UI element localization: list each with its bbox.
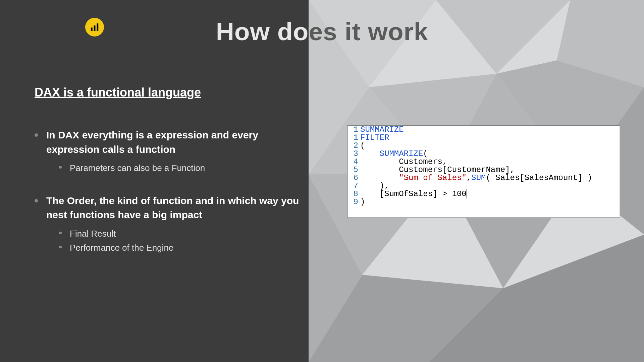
- code-content: ): [360, 198, 620, 206]
- code-line: 5 Customers[CustomerName],: [347, 166, 620, 174]
- bullet-text: The Order, the kind of function and in w…: [46, 194, 310, 222]
- line-number: 9: [347, 198, 360, 206]
- code-line: 8 [SumOfSales] > 100: [347, 190, 620, 198]
- code-content: Customers[CustomerName],: [360, 166, 620, 174]
- code-example: 1SUMMARIZE1FILTER2(3 SUMMARIZE(4 Custome…: [347, 125, 620, 218]
- line-number: 2: [347, 142, 360, 150]
- bullet-text: In DAX everything is a expression and ev…: [46, 128, 310, 157]
- title-left: How do: [216, 17, 309, 46]
- sub-bullet-item: Performance of the Engine: [59, 241, 310, 255]
- line-number: 7: [347, 182, 360, 190]
- line-number: 3: [347, 150, 360, 158]
- code-content: SUMMARIZE(: [360, 150, 620, 158]
- code-line: 1SUMMARIZE: [347, 126, 620, 134]
- line-number: 8: [347, 190, 360, 198]
- code-content: ),: [360, 182, 620, 190]
- slide: How does it work DAX is a functional lan…: [0, 0, 644, 362]
- slide-title: How does it work: [0, 18, 644, 45]
- code-line: 9): [347, 198, 620, 206]
- line-number: 1: [347, 134, 360, 142]
- bullet-item: The Order, the kind of function and in w…: [35, 194, 310, 255]
- code-content: [SumOfSales] > 100: [360, 190, 620, 198]
- code-content: "Sum of Sales",SUM( Sales[SalesAmount] ): [360, 174, 620, 182]
- sub-bullet-item: Parameters can also be a Function: [59, 161, 310, 175]
- line-number: 6: [347, 174, 360, 182]
- bullet-list: In DAX everything is a expression and ev…: [35, 128, 310, 255]
- line-number: 4: [347, 158, 360, 166]
- sub-bullet-list: Final ResultPerformance of the Engine: [59, 227, 310, 255]
- content-column: DAX is a functional language In DAX ever…: [35, 85, 310, 273]
- sub-bullet-list: Parameters can also be a Function: [59, 161, 310, 175]
- code-content: FILTER: [360, 134, 620, 142]
- sub-bullet-item: Final Result: [59, 227, 310, 241]
- code-content: SUMMARIZE: [360, 126, 620, 134]
- code-line: 2(: [347, 142, 620, 150]
- code-line: 6 "Sum of Sales",SUM( Sales[SalesAmount]…: [347, 174, 620, 182]
- code-content: Customers,: [360, 158, 620, 166]
- line-number: 5: [347, 166, 360, 174]
- code-line: 3 SUMMARIZE(: [347, 150, 620, 158]
- code-line: 7 ),: [347, 182, 620, 190]
- line-number: 1: [347, 126, 360, 134]
- code-line: 1FILTER: [347, 134, 620, 142]
- subtitle: DAX is a functional language: [35, 85, 310, 100]
- title-right: es it work: [309, 17, 428, 46]
- bullet-item: In DAX everything is a expression and ev…: [35, 128, 310, 175]
- code-content: (: [360, 142, 620, 150]
- code-line: 4 Customers,: [347, 158, 620, 166]
